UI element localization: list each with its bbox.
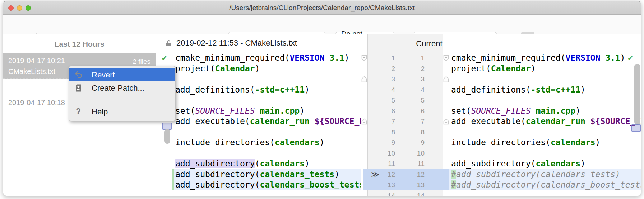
- code-segment: Calendar: [215, 64, 255, 73]
- code-segment: cmake_minimum_required(: [175, 53, 290, 62]
- code-segment: Calendar: [491, 64, 531, 73]
- code-segment: add_definitions(: [175, 85, 255, 94]
- current-difference-chevron-icon[interactable]: ≫: [371, 169, 379, 180]
- close-window-icon[interactable]: [8, 5, 14, 11]
- line-number: 8: [368, 127, 425, 138]
- menu-item-label: Create Patch...: [92, 84, 144, 93]
- zoom-window-icon[interactable]: [26, 5, 31, 11]
- code-segment: VERSION: [290, 53, 325, 62]
- code-segment: project(: [451, 64, 491, 73]
- code-segment: add_subdirectory(: [451, 159, 536, 168]
- code-segment: set(: [451, 106, 471, 115]
- code-segment: add_subdirectory(calendars_boost_tests): [456, 180, 641, 189]
- right-code-lines: cmake_minimum_required(VERSION 3.1)proje…: [449, 53, 641, 196]
- line-number: 1: [368, 53, 425, 63]
- code-line-right[interactable]: project(Calendar): [449, 63, 641, 74]
- fold-marker-icon[interactable]: [361, 76, 367, 82]
- code-segment: ): [320, 138, 325, 147]
- code-segment: [600, 53, 605, 62]
- traffic-lights: [8, 5, 31, 11]
- code-segment: ): [334, 170, 339, 179]
- code-segment: 3.1: [605, 53, 620, 62]
- code-line-left[interactable]: [172, 74, 361, 85]
- revision-group-header: Last 12 Hours: [3, 34, 156, 53]
- code-line-right[interactable]: [449, 148, 641, 159]
- code-line-left[interactable]: add_subdirectory(calendars): [172, 158, 361, 169]
- code-segment: calendar_run: [526, 117, 585, 126]
- code-line-left[interactable]: add_executable(calendar_run ${SOURCE_FIL…: [172, 116, 361, 127]
- code-line-right[interactable]: #add_subdirectory(calendars_tests): [449, 169, 641, 180]
- left-code-lines: cmake_minimum_required(VERSION 3.1)proje…: [156, 53, 361, 196]
- code-line-left[interactable]: [172, 190, 361, 196]
- code-line-left[interactable]: [172, 148, 361, 159]
- code-line-left[interactable]: cmake_minimum_required(VERSION 3.1): [172, 53, 361, 63]
- menu-item-label: Help: [92, 107, 108, 117]
- code-line-right[interactable]: [449, 127, 641, 138]
- context-menu: Revert Create Patch... ? Help: [69, 66, 176, 121]
- code-line-right[interactable]: [449, 95, 641, 106]
- line-number: 2: [368, 63, 425, 74]
- fold-marker-icon[interactable]: [361, 118, 367, 125]
- revert-icon: [74, 71, 83, 79]
- code-segment: calendars: [536, 159, 580, 168]
- code-segment: [531, 106, 536, 115]
- fold-marker-icon[interactable]: [443, 55, 449, 61]
- fold-marker-icon[interactable]: [443, 118, 449, 125]
- code-line-left[interactable]: add_subdirectory(calendars_tests): [172, 169, 361, 180]
- line-number: 3: [368, 74, 425, 85]
- code-segment: add_subdirectory(: [175, 170, 260, 179]
- code-segment: -std=c++11: [531, 85, 580, 94]
- code-line-left[interactable]: add_definitions(-std=c++11): [172, 85, 361, 95]
- code-segment: calendars: [260, 159, 305, 168]
- code-segment: set(: [175, 106, 195, 115]
- diff-viewer: 2019-02-12 11:53 - CMakeLists.txt cmake_…: [156, 34, 641, 196]
- minimize-window-icon[interactable]: [17, 5, 22, 11]
- code-line-right[interactable]: add_executable(calendar_run ${SOURCE_FIL…: [449, 116, 641, 127]
- menu-item-revert[interactable]: Revert: [69, 68, 175, 81]
- code-line-right[interactable]: add_subdirectory(calendars): [449, 158, 641, 169]
- code-line-left[interactable]: [172, 95, 361, 106]
- code-line-right[interactable]: [449, 190, 641, 196]
- fold-marker-icon[interactable]: [361, 55, 367, 61]
- code-segment: cmake_minimum_required(: [451, 53, 566, 62]
- code-line-left[interactable]: include_directories(calendars): [172, 137, 361, 148]
- code-segment: calendars_boost_tests: [260, 180, 361, 189]
- code-segment: [310, 117, 315, 126]
- code-segment: #: [451, 180, 456, 189]
- fold-marker-icon[interactable]: [443, 76, 449, 82]
- code-segment: project(: [175, 64, 215, 73]
- code-line-right[interactable]: #add_subdirectory(calendars_boost_tests): [449, 180, 641, 190]
- code-segment: main.cpp: [260, 106, 300, 115]
- code-line-right[interactable]: [449, 74, 641, 85]
- code-segment: add_subdirectory: [175, 159, 255, 168]
- code-line-right[interactable]: include_directories(calendars): [449, 137, 641, 148]
- line-number: 11: [368, 158, 425, 169]
- menu-separator: [69, 100, 175, 100]
- code-line-right[interactable]: cmake_minimum_required(VERSION 3.1): [449, 53, 641, 63]
- code-line-left[interactable]: set(SOURCE_FILES main.cpp): [172, 106, 361, 117]
- window-title: /Users/jetbrains/CLionProjects/Calendar_…: [229, 4, 414, 12]
- scrollbar-change-marker[interactable]: [631, 124, 641, 132]
- left-scrollbar-thumb[interactable]: [164, 129, 170, 144]
- left-pane-header: 2019-02-12 11:53 - CMakeLists.txt: [166, 38, 297, 48]
- code-segment: add_executable(: [175, 117, 250, 126]
- lock-icon: [166, 40, 171, 46]
- toolbar: ? ↑ ↓ Side-by-side viewer ▼ Do not ignor…: [3, 15, 641, 34]
- applied-check-icon: ✔: [161, 53, 168, 63]
- scrollbar-change-marker[interactable]: [162, 123, 172, 130]
- code-segment: add_definitions(: [451, 85, 531, 94]
- code-line-right[interactable]: add_definitions(-std=c++11): [449, 85, 641, 95]
- code-line-right[interactable]: set(SOURCE_FILES main.cpp): [449, 106, 641, 117]
- code-line-left[interactable]: [172, 127, 361, 138]
- code-segment: main.cpp: [536, 106, 575, 115]
- code-segment: ): [305, 159, 310, 168]
- menu-item-help[interactable]: ? Help: [69, 105, 175, 118]
- code-segment: add_subdirectory(: [175, 180, 260, 189]
- code-line-left[interactable]: add_subdirectory(calendars_boost_tests): [172, 180, 361, 190]
- code-line-left[interactable]: project(Calendar): [172, 63, 361, 74]
- code-segment: calendar_run: [250, 117, 310, 126]
- code-segment: [255, 106, 260, 115]
- right-scrollbar-thumb[interactable]: [634, 64, 640, 125]
- menu-item-create-patch[interactable]: Create Patch...: [69, 81, 175, 95]
- code-segment: SOURCE_FILES: [471, 106, 531, 115]
